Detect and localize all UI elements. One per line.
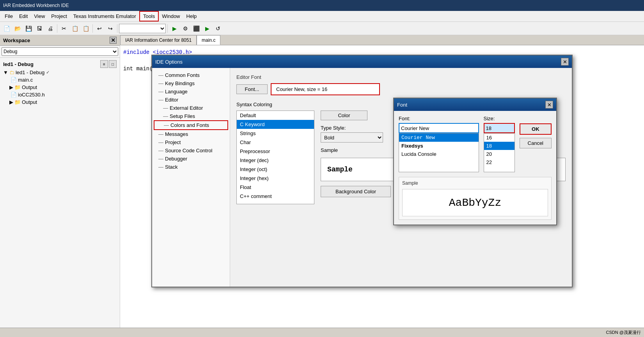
size-col: Size: 16 18 20 22 <box>484 116 515 172</box>
color-button[interactable]: Color <box>321 111 367 120</box>
font-list-item-courier[interactable]: Courier New <box>399 134 479 142</box>
open-button[interactable]: 📂 <box>12 23 23 34</box>
stop-button[interactable]: ⬛ <box>191 23 201 34</box>
paste-button[interactable]: 📋 <box>81 23 91 34</box>
type-style-select[interactable]: Bold Regular Italic Bold Italic <box>321 132 383 143</box>
size-item-16[interactable]: 16 <box>484 134 514 142</box>
save-button[interactable]: 💾 <box>23 23 34 34</box>
syntax-list[interactable]: Default C Keyword Strings Char Preproces… <box>236 111 314 204</box>
copy-button[interactable]: 📋 <box>70 23 80 34</box>
font-input[interactable] <box>399 123 479 133</box>
dialog-title-text: IDE Options <box>155 59 183 65</box>
font-list-item-fixedsys[interactable]: Fixedsys <box>399 142 479 150</box>
menu-window[interactable]: Window <box>159 12 183 21</box>
reset-button[interactable]: ↺ <box>213 23 223 34</box>
save-all-button[interactable]: 🖫 <box>34 23 44 34</box>
tab-iar-info[interactable]: IAR Information Center for 8051 <box>120 35 197 45</box>
cut-button[interactable]: ✂ <box>59 23 69 34</box>
syntax-item-cpp-comment[interactable]: C++ comment <box>237 192 314 201</box>
opt-setup-files[interactable]: — Setup Files <box>154 112 228 120</box>
menu-view[interactable]: View <box>31 12 48 21</box>
font-display: Courier New, size = 16 <box>271 83 380 95</box>
font-list-item-lucida[interactable]: Lucida Console <box>399 150 479 158</box>
opt-editor[interactable]: — Editor <box>154 96 228 104</box>
workspace-close-button[interactable]: ✕ <box>110 37 117 44</box>
editor-area: IAR Information Center for 8051 main.c #… <box>120 35 644 328</box>
bg-color-button[interactable]: Background Color <box>321 186 391 197</box>
menu-ti-emulator[interactable]: Texas Instruments Emulator <box>70 12 139 21</box>
config-combo[interactable] <box>119 24 166 33</box>
menu-bar: File Edit View Project Texas Instruments… <box>0 11 644 22</box>
debug-select[interactable]: Debug <box>2 47 118 56</box>
opt-external-editor[interactable]: — External Editor <box>154 104 228 112</box>
files-icon-2[interactable]: □ <box>109 60 117 68</box>
syntax-item-float[interactable]: Float <box>237 183 314 192</box>
syntax-item-int-oct[interactable]: Integer (oct) <box>237 165 314 174</box>
tree-project[interactable]: ▼ 🗀 led1 - Debug ✓ <box>2 69 118 76</box>
dash-icon: — <box>158 156 163 162</box>
project-checkmark: ✓ <box>46 70 50 75</box>
opt-common-fonts[interactable]: — Common Fonts <box>154 71 228 79</box>
sep2 <box>92 24 93 33</box>
font-listbox[interactable]: Courier New Fixedsys Lucida Console <box>399 133 479 172</box>
workspace-title: Workspace <box>3 37 30 43</box>
syntax-item-preprocessor[interactable]: Preprocessor <box>237 147 314 156</box>
size-input[interactable] <box>484 123 515 133</box>
opt-language[interactable]: — Language <box>154 87 228 96</box>
font-button[interactable]: Font... <box>236 84 268 94</box>
files-label: led1 - Debug <box>3 61 34 67</box>
menu-file[interactable]: File <box>2 12 16 21</box>
make-button[interactable]: ⚙ <box>180 23 190 34</box>
output2-label: Output <box>22 99 37 105</box>
workspace-dropdown: Debug <box>0 46 120 58</box>
menu-edit[interactable]: Edit <box>16 12 31 21</box>
dialog-title-bar: IDE Options ✕ <box>152 55 572 68</box>
size-item-20[interactable]: 20 <box>484 150 514 158</box>
opt-messages[interactable]: — Messages <box>154 130 228 138</box>
dash-icon: — <box>158 89 163 95</box>
syntax-item-char[interactable]: Char <box>237 138 314 147</box>
size-listbox[interactable]: 16 18 20 22 <box>484 133 515 172</box>
sep4 <box>167 24 168 33</box>
menu-project[interactable]: Project <box>48 12 70 21</box>
menu-help[interactable]: Help <box>183 12 200 21</box>
font-cancel-button[interactable]: Cancel <box>520 138 552 148</box>
debug-button[interactable]: ▶ <box>202 23 212 34</box>
size-item-22[interactable]: 22 <box>484 158 514 166</box>
syntax-item-ckeyword[interactable]: C Keyword <box>237 120 314 129</box>
syntax-item-int-hex[interactable]: Integer (hex) <box>237 174 314 183</box>
opt-stack[interactable]: — Stack <box>154 163 228 171</box>
output2-folder-icon: 📁 <box>14 99 21 105</box>
tab-mainc[interactable]: main.c <box>197 35 220 45</box>
tree-ioc[interactable]: 📄 ioCC2530.h <box>8 91 118 98</box>
output1-label: Output <box>22 84 37 90</box>
font-ok-button[interactable]: OK <box>520 123 552 135</box>
font-dialog-close-button[interactable]: ✕ <box>545 101 553 109</box>
font-dialog-buttons: OK Cancel <box>520 116 552 172</box>
syntax-item-strings[interactable]: Strings <box>237 129 314 138</box>
size-item-18[interactable]: 18 <box>484 142 514 150</box>
opt-colors-fonts[interactable]: — Colors and Fonts <box>154 120 228 130</box>
undo-button[interactable]: ↩ <box>94 23 105 34</box>
opt-stack-label: Stack <box>165 164 178 170</box>
syntax-item-int-dec[interactable]: Integer (dec) <box>237 156 314 165</box>
font-sample-section: Sample AaBbYyZz <box>399 177 552 220</box>
tree-mainc[interactable]: 📄 main.c <box>8 76 118 84</box>
new-button[interactable]: 📄 <box>2 23 12 34</box>
opt-debugger[interactable]: — Debugger <box>154 155 228 163</box>
tree-output2[interactable]: ▶ 📁 Output <box>8 98 118 106</box>
tree-output1[interactable]: ▶ 📁 Output <box>8 84 118 91</box>
print-button[interactable]: 🖨 <box>45 23 55 34</box>
opt-source-code[interactable]: — Source Code Control <box>154 146 228 155</box>
redo-button[interactable]: ↪ <box>105 23 115 34</box>
opt-key-bindings[interactable]: — Key Bindings <box>154 79 228 87</box>
dialog-close-button[interactable]: ✕ <box>561 58 569 66</box>
opt-messages-label: Messages <box>165 131 188 137</box>
compile-button[interactable]: ▶ <box>169 23 179 34</box>
opt-project[interactable]: — Project <box>154 138 228 146</box>
syntax-item-default[interactable]: Default <box>237 111 314 120</box>
status-bar: CSDN @茂夏漫行 <box>0 328 644 337</box>
menu-tools[interactable]: Tools <box>139 11 159 21</box>
files-icon-1[interactable]: ≡ <box>100 60 108 68</box>
status-text: CSDN @茂夏漫行 <box>606 330 641 335</box>
